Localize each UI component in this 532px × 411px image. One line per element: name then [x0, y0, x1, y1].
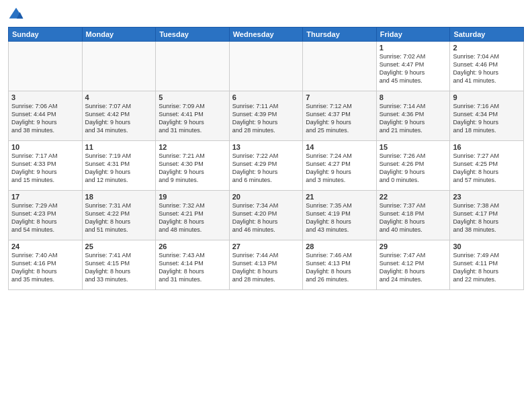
day-info: Sunrise: 7:46 AM Sunset: 4:13 PM Dayligh… [306, 251, 373, 284]
calendar-cell: 20Sunrise: 7:34 AM Sunset: 4:20 PM Dayli… [229, 191, 303, 240]
calendar-header-row: SundayMondayTuesdayWednesdayThursdayFrid… [9, 28, 524, 42]
calendar-cell: 18Sunrise: 7:31 AM Sunset: 4:22 PM Dayli… [82, 191, 156, 240]
calendar-cell: 14Sunrise: 7:24 AM Sunset: 4:27 PM Dayli… [303, 141, 377, 191]
day-info: Sunrise: 7:19 AM Sunset: 4:31 PM Dayligh… [85, 152, 153, 185]
day-info: Sunrise: 7:49 AM Sunset: 4:11 PM Dayligh… [453, 251, 521, 284]
day-info: Sunrise: 7:02 AM Sunset: 4:47 PM Dayligh… [380, 52, 447, 85]
calendar-cell: 16Sunrise: 7:27 AM Sunset: 4:25 PM Dayli… [450, 141, 524, 191]
day-number: 5 [159, 93, 226, 101]
day-info: Sunrise: 7:12 AM Sunset: 4:37 PM Dayligh… [306, 102, 373, 135]
day-info: Sunrise: 7:16 AM Sunset: 4:34 PM Dayligh… [453, 102, 521, 135]
day-number: 6 [232, 93, 300, 101]
calendar-cell: 17Sunrise: 7:29 AM Sunset: 4:23 PM Dayli… [9, 191, 83, 240]
calendar-cell: 28Sunrise: 7:46 AM Sunset: 4:13 PM Dayli… [303, 240, 377, 290]
calendar-cell: 25Sunrise: 7:41 AM Sunset: 4:15 PM Dayli… [82, 240, 156, 290]
day-number: 28 [306, 242, 373, 250]
page-container: SundayMondayTuesdayWednesdayThursdayFrid… [0, 0, 532, 294]
day-number: 19 [159, 193, 226, 201]
day-info: Sunrise: 7:34 AM Sunset: 4:20 PM Dayligh… [232, 201, 300, 234]
day-info: Sunrise: 7:35 AM Sunset: 4:19 PM Dayligh… [306, 201, 373, 234]
calendar-week-row: 10Sunrise: 7:17 AM Sunset: 4:33 PM Dayli… [9, 141, 524, 191]
day-number: 7 [306, 93, 373, 101]
day-number: 16 [453, 143, 521, 151]
day-info: Sunrise: 7:26 AM Sunset: 4:26 PM Dayligh… [380, 152, 447, 185]
day-number: 1 [380, 44, 447, 52]
day-number: 27 [232, 242, 300, 250]
calendar-cell: 12Sunrise: 7:21 AM Sunset: 4:30 PM Dayli… [156, 141, 230, 191]
day-number: 10 [11, 143, 79, 151]
day-info: Sunrise: 7:32 AM Sunset: 4:21 PM Dayligh… [159, 201, 226, 234]
day-info: Sunrise: 7:40 AM Sunset: 4:16 PM Dayligh… [11, 251, 79, 284]
day-number: 25 [85, 242, 153, 250]
calendar-week-row: 3Sunrise: 7:06 AM Sunset: 4:44 PM Daylig… [9, 91, 524, 141]
calendar-day-header: Friday [376, 28, 450, 42]
calendar-day-header: Thursday [303, 28, 377, 42]
calendar-table: SundayMondayTuesdayWednesdayThursdayFrid… [8, 27, 524, 290]
calendar-cell: 4Sunrise: 7:07 AM Sunset: 4:42 PM Daylig… [82, 91, 156, 141]
day-info: Sunrise: 7:43 AM Sunset: 4:14 PM Dayligh… [159, 251, 226, 284]
calendar-cell: 21Sunrise: 7:35 AM Sunset: 4:19 PM Dayli… [303, 191, 377, 240]
day-number: 4 [85, 93, 153, 101]
calendar-cell: 19Sunrise: 7:32 AM Sunset: 4:21 PM Dayli… [156, 191, 230, 240]
day-number: 12 [159, 143, 226, 151]
calendar-week-row: 24Sunrise: 7:40 AM Sunset: 4:16 PM Dayli… [9, 240, 524, 290]
calendar-cell: 9Sunrise: 7:16 AM Sunset: 4:34 PM Daylig… [450, 91, 524, 141]
day-number: 9 [453, 93, 521, 101]
day-info: Sunrise: 7:37 AM Sunset: 4:18 PM Dayligh… [380, 201, 447, 234]
calendar-cell: 3Sunrise: 7:06 AM Sunset: 4:44 PM Daylig… [9, 91, 83, 141]
day-info: Sunrise: 7:07 AM Sunset: 4:42 PM Dayligh… [85, 102, 153, 135]
day-info: Sunrise: 7:27 AM Sunset: 4:25 PM Dayligh… [453, 152, 521, 185]
day-number: 18 [85, 193, 153, 201]
calendar-cell: 29Sunrise: 7:47 AM Sunset: 4:12 PM Dayli… [376, 240, 450, 290]
calendar-cell [156, 42, 230, 91]
day-number: 29 [380, 242, 447, 250]
logo-icon [8, 7, 24, 23]
day-info: Sunrise: 7:21 AM Sunset: 4:30 PM Dayligh… [159, 152, 226, 185]
day-info: Sunrise: 7:04 AM Sunset: 4:46 PM Dayligh… [453, 52, 521, 85]
day-number: 23 [453, 193, 521, 201]
calendar-week-row: 17Sunrise: 7:29 AM Sunset: 4:23 PM Dayli… [9, 191, 524, 240]
calendar-day-header: Sunday [9, 28, 83, 42]
calendar-cell [82, 42, 156, 91]
calendar-cell: 24Sunrise: 7:40 AM Sunset: 4:16 PM Dayli… [9, 240, 83, 290]
calendar-week-row: 1Sunrise: 7:02 AM Sunset: 4:47 PM Daylig… [9, 42, 524, 91]
day-number: 22 [380, 193, 447, 201]
day-number: 24 [11, 242, 79, 250]
header [8, 7, 524, 23]
day-number: 21 [306, 193, 373, 201]
calendar-cell: 6Sunrise: 7:11 AM Sunset: 4:39 PM Daylig… [229, 91, 303, 141]
calendar-cell: 15Sunrise: 7:26 AM Sunset: 4:26 PM Dayli… [376, 141, 450, 191]
calendar-cell: 26Sunrise: 7:43 AM Sunset: 4:14 PM Dayli… [156, 240, 230, 290]
calendar-cell [303, 42, 377, 91]
day-number: 14 [306, 143, 373, 151]
day-info: Sunrise: 7:22 AM Sunset: 4:29 PM Dayligh… [232, 152, 300, 185]
calendar-day-header: Saturday [450, 28, 524, 42]
calendar-cell: 11Sunrise: 7:19 AM Sunset: 4:31 PM Dayli… [82, 141, 156, 191]
day-number: 13 [232, 143, 300, 151]
day-info: Sunrise: 7:41 AM Sunset: 4:15 PM Dayligh… [85, 251, 153, 284]
day-info: Sunrise: 7:38 AM Sunset: 4:17 PM Dayligh… [453, 201, 521, 234]
calendar-cell [9, 42, 83, 91]
calendar-cell: 7Sunrise: 7:12 AM Sunset: 4:37 PM Daylig… [303, 91, 377, 141]
calendar-cell: 27Sunrise: 7:44 AM Sunset: 4:13 PM Dayli… [229, 240, 303, 290]
day-number: 30 [453, 242, 521, 250]
day-number: 15 [380, 143, 447, 151]
day-info: Sunrise: 7:29 AM Sunset: 4:23 PM Dayligh… [11, 201, 79, 234]
day-info: Sunrise: 7:17 AM Sunset: 4:33 PM Dayligh… [11, 152, 79, 185]
day-number: 3 [11, 93, 79, 101]
calendar-cell: 8Sunrise: 7:14 AM Sunset: 4:36 PM Daylig… [376, 91, 450, 141]
calendar-cell: 23Sunrise: 7:38 AM Sunset: 4:17 PM Dayli… [450, 191, 524, 240]
day-info: Sunrise: 7:31 AM Sunset: 4:22 PM Dayligh… [85, 201, 153, 234]
calendar-cell: 10Sunrise: 7:17 AM Sunset: 4:33 PM Dayli… [9, 141, 83, 191]
calendar-cell: 1Sunrise: 7:02 AM Sunset: 4:47 PM Daylig… [376, 42, 450, 91]
calendar-day-header: Wednesday [229, 28, 303, 42]
day-info: Sunrise: 7:44 AM Sunset: 4:13 PM Dayligh… [232, 251, 300, 284]
calendar-cell: 13Sunrise: 7:22 AM Sunset: 4:29 PM Dayli… [229, 141, 303, 191]
calendar-cell: 30Sunrise: 7:49 AM Sunset: 4:11 PM Dayli… [450, 240, 524, 290]
day-number: 8 [380, 93, 447, 101]
calendar-cell: 5Sunrise: 7:09 AM Sunset: 4:41 PM Daylig… [156, 91, 230, 141]
calendar-day-header: Tuesday [156, 28, 230, 42]
day-info: Sunrise: 7:11 AM Sunset: 4:39 PM Dayligh… [232, 102, 300, 135]
day-number: 11 [85, 143, 153, 151]
day-number: 2 [453, 44, 521, 52]
